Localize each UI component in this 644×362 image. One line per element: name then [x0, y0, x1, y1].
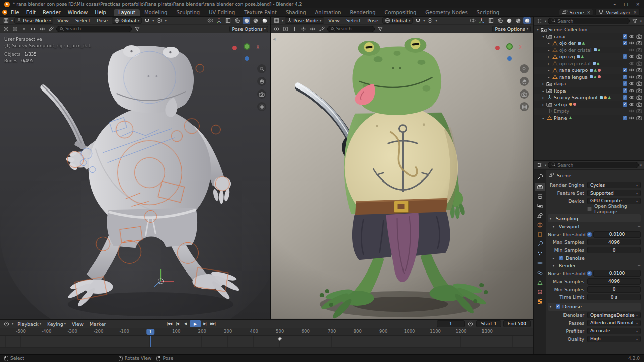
snap-target-icon[interactable] [11, 26, 19, 32]
properties-tab-object-data[interactable] [535, 278, 545, 287]
disclosure-collapsed-icon[interactable]: ▸ [541, 103, 546, 106]
hide-in-viewport-eye-icon[interactable] [628, 81, 635, 87]
axis-y-dot[interactable] [245, 56, 249, 61]
disclosure-collapsed-icon[interactable]: ▸ [541, 116, 546, 120]
disclosure-collapsed-icon[interactable]: ▸ [541, 96, 546, 99]
jump-to-end-button[interactable]: ▶▶| [209, 320, 217, 327]
disable-in-render-camera-icon[interactable] [636, 95, 642, 101]
workspace-tab-layout[interactable]: Layout [114, 9, 140, 16]
viewlayer-selector[interactable]: ViewLayer × [595, 9, 640, 16]
number-field-min-samples[interactable]: 0 [587, 247, 641, 253]
annotate-icon[interactable] [318, 26, 326, 32]
properties-options-caret-icon[interactable]: ▾ [640, 163, 642, 167]
hide-in-viewport-eye-icon[interactable] [628, 40, 635, 46]
exclude-checkbox[interactable]: ✓ [623, 81, 627, 86]
outliner-filter-caret-icon[interactable]: ▾ [640, 19, 642, 23]
disclosure-expanded-icon[interactable]: ▾ [550, 217, 554, 220]
workspace-tab-scripting[interactable]: Scripting [472, 9, 504, 16]
disclosure-expanded-icon[interactable]: ▾ [535, 28, 540, 31]
play-button[interactable]: ▶ [190, 320, 201, 327]
overlays-icon[interactable] [206, 17, 214, 24]
exclude-checkbox[interactable]: ✓ [623, 95, 627, 100]
viewport-canvas-rendered[interactable]: ◀ X [271, 33, 533, 319]
playhead[interactable] [150, 336, 151, 354]
hide-in-viewport-eye-icon[interactable] [628, 33, 635, 39]
exclude-checkbox[interactable]: ✓ [623, 41, 627, 45]
workspace-tab-texture-paint[interactable]: Texture Paint [239, 9, 281, 16]
menu-edit[interactable]: Edit [23, 9, 39, 16]
properties-tab-world[interactable] [535, 221, 545, 229]
maximize-button[interactable]: □ [624, 2, 628, 7]
current-frame-indicator[interactable]: 1 [146, 329, 154, 335]
zoom-icon[interactable] [520, 64, 529, 73]
hide-in-viewport-eye-icon[interactable] [628, 108, 635, 114]
disclosure-collapsed-icon[interactable]: ▸ [546, 41, 551, 45]
orientation-dropdown[interactable]: Global▾ [112, 17, 142, 24]
axis-x-label[interactable]: X [257, 45, 259, 50]
exclude-checkbox[interactable]: ✓ [623, 68, 627, 72]
properties-search-input[interactable] [557, 163, 635, 168]
outliner-row-ojo-der[interactable]: ▸ojo der✓ [534, 40, 644, 47]
jump-to-start-button[interactable]: |◀◀ [166, 320, 173, 327]
outliner-editor-type-icon[interactable] [536, 18, 543, 24]
orientation-dropdown[interactable]: Global▾ [382, 17, 413, 24]
outliner-search[interactable] [548, 18, 629, 24]
toggle-ortho-icon[interactable] [520, 102, 529, 111]
scene-selector[interactable]: Scene × [559, 9, 594, 16]
dropdown-prefilter[interactable]: Accurate▾ [587, 328, 641, 334]
properties-tab-texture[interactable] [535, 297, 545, 306]
panel-denoise[interactable]: ▸✓Denoise [548, 254, 641, 262]
properties-tab-tool[interactable] [535, 173, 545, 182]
outliner-editor-caret-icon[interactable]: ▾ [545, 19, 546, 23]
dropdown-feature-set[interactable]: Supported▾ [587, 190, 641, 196]
number-field-max-samples[interactable]: 4096 [587, 278, 641, 285]
pose-menu[interactable]: Pose [365, 17, 381, 24]
menu-file[interactable]: File [7, 9, 23, 16]
viewport-search[interactable] [327, 26, 375, 32]
properties-tab-output[interactable] [535, 192, 545, 201]
editor-type-icon[interactable] [2, 17, 10, 24]
mirror-x-icon[interactable] [29, 26, 37, 32]
presets-menu-icon[interactable]: ≡ [637, 263, 641, 268]
timeline-menu-marker[interactable]: Marker [87, 321, 109, 327]
workspace-tab-geometry-nodes[interactable]: Geometry Nodes [421, 9, 472, 16]
next-keyframe-button[interactable]: ▶| [201, 320, 209, 327]
hide-in-viewport-eye-icon[interactable] [628, 54, 635, 60]
outliner-search-input[interactable] [557, 19, 626, 24]
camera-view-icon[interactable] [520, 89, 529, 99]
transform-pivot-icon[interactable] [20, 26, 28, 32]
number-field-min-samples[interactable]: 0 [587, 286, 641, 293]
exclude-checkbox[interactable]: ✓ [623, 88, 627, 93]
shading-rendered-icon[interactable] [523, 17, 531, 24]
outliner-row-ojo-izq[interactable]: ▸ojo izq✓ [534, 53, 644, 60]
menu-render[interactable]: Render [39, 9, 64, 16]
mode-dropdown[interactable]: Pose Mode▾ [14, 17, 53, 24]
disable-in-render-camera-icon[interactable] [636, 108, 642, 114]
exclude-checkbox[interactable]: ✓ [623, 102, 627, 107]
disclosure-expanded-icon[interactable]: ▾ [550, 305, 554, 308]
snap-caret-icon[interactable]: ▾ [152, 19, 154, 23]
workspace-tab-animation[interactable]: Animation [311, 9, 346, 16]
dropdown-passes[interactable]: Albedo and Normal▾ [587, 320, 641, 326]
exclude-checkbox[interactable]: ✓ [623, 34, 627, 39]
axis-x-negative-dot[interactable] [495, 46, 500, 50]
panel-viewport[interactable]: ▾Viewport≡ [548, 223, 641, 230]
checkbox-noise-threshold[interactable]: ✓ [587, 232, 592, 237]
proportional-edit-icon[interactable] [426, 17, 434, 24]
viewport-search[interactable] [56, 26, 132, 32]
snap-magnet-icon[interactable] [414, 17, 422, 24]
disable-in-render-camera-icon[interactable] [636, 67, 642, 73]
menu-window[interactable]: Window [64, 9, 91, 16]
navigation-gizmo[interactable]: X [494, 41, 523, 64]
outliner-row-daga[interactable]: ▸daga✓ [534, 80, 644, 87]
properties-search[interactable] [548, 162, 638, 168]
workspace-tab-compositing[interactable]: Compositing [380, 9, 421, 16]
hide-in-viewport-eye-icon[interactable] [628, 101, 635, 107]
disclosure-collapsed-icon[interactable]: ▸ [541, 82, 546, 85]
overlays-icon[interactable] [469, 17, 476, 24]
properties-tab-modifiers[interactable] [535, 240, 545, 248]
navigation-gizmo[interactable]: X [231, 41, 260, 64]
timeline-menu-playback[interactable]: Playback ▾ [15, 321, 44, 327]
xray-toggle-icon[interactable] [224, 17, 232, 24]
workspace-tab-rendering[interactable]: Rendering [345, 9, 380, 16]
